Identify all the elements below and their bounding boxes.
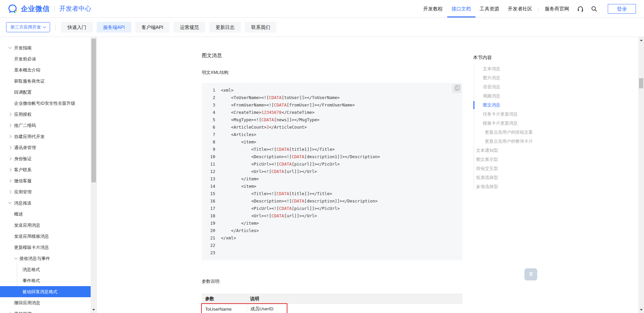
code-line-number: 9 [202,146,215,153]
code-token: </Articles> [221,228,259,233]
subnav-tab[interactable]: 联系我们 [245,22,276,33]
code-line-text: <CreateTime>12345678</CreateTime> [215,109,314,116]
xml-code-block: 1<xml>2 <ToUserName><![CDATA[toUser]]></… [202,83,462,260]
sidebar-item[interactable]: 发送应用消息 [0,220,91,231]
sidebar-item[interactable]: 更新模版卡片消息 [0,242,91,253]
code-line-number: 2 [202,94,215,101]
sidebar-item[interactable]: 被动回复消息格式 [0,286,91,297]
code-line-number: 11 [202,161,215,168]
sidebar-item[interactable]: 撤回应用消息 [0,297,91,308]
toc-item[interactable]: 语音消息 [473,82,564,91]
toc-item[interactable]: 更新点击用户的整张卡片 [473,137,564,146]
toc-item[interactable]: 图片消息 [473,73,564,82]
sidebar-item[interactable]: 获取服务商凭证 [0,76,91,87]
code-line: 16 <Description><![CDATA[description]]><… [202,197,462,205]
sidebar-item[interactable]: 接收消息与事件 [0,253,91,264]
sidebar-scrollbar[interactable] [91,37,97,313]
toc-item[interactable]: 图文消息 [473,100,564,109]
toc-item[interactable]: 按钮交互型 [473,164,564,173]
code-line-text: <item> [215,138,256,146]
header-nav-item[interactable]: 接口文档 [447,0,475,17]
search-icon[interactable] [591,6,597,12]
code-line-number: 21 [202,234,215,242]
scroll-up-arrow-icon[interactable] [640,39,643,41]
code-line: 23 [202,249,462,257]
sidebar-item-label: 自建应用代开发 [14,134,45,139]
code-line-text: <PicUrl><![CDATA[picurl]]></PicUrl> [215,205,340,212]
sidebar-item[interactable]: 身份验证 [0,153,91,164]
sidebar-item[interactable]: 自建应用代开发 [0,131,91,142]
code-line: 14 <item> [202,183,462,190]
toc-item[interactable]: 文本通知型 [473,146,564,155]
toc-item[interactable]: 文本消息 [473,64,564,73]
sidebar-item[interactable]: 事件格式 [0,275,91,286]
copy-code-button[interactable] [452,84,461,93]
code-token: [toUser]]></ToUserName> [282,95,340,100]
header-nav-item[interactable]: 服务商官网 [541,0,574,17]
subnav-tab[interactable]: 更新日志 [209,22,241,33]
header-nav-item[interactable]: 开发者社区 [504,0,537,17]
sidebar-item[interactable]: 消息格式 [0,264,91,275]
page-scrollbar-thumb[interactable] [639,78,643,88]
sidebar-item[interactable]: 通讯录管理 [0,142,91,153]
code-line-text: <Url><![CDATA[url]]></Url> [215,212,317,220]
code-line: 19 </item> [202,220,462,227]
sidebar-item[interactable]: 基本概念介绍 [0,64,91,76]
code-line: 12 <Url><![CDATA[url]]></Url> [202,168,462,175]
sidebar-item[interactable]: 开发指南 [0,42,91,53]
sidebar-item[interactable]: 消息推送 [0,197,91,209]
support-headset-icon[interactable] [577,6,584,12]
page-scrollbar[interactable] [638,37,644,313]
toc-item[interactable]: 投票选择型 [473,173,564,182]
sidebar-item[interactable]: 应用管理 [0,186,91,197]
sidebar-item[interactable]: 微信客服 [0,175,91,186]
code-line-number: 6 [202,124,215,131]
sidebar-item[interactable]: 素材管理 [0,308,91,313]
code-line-text: <PicUrl><![CDATA[picurl]]></PicUrl> [215,161,340,168]
sidebar-item[interactable]: 推广二维码 [0,120,91,131]
toc-item[interactable]: 模板卡片更新消息 [473,119,564,128]
code-token: [title]]></Title> [289,191,332,196]
sidebar-item[interactable]: 开发前必读 [0,53,91,64]
subnav-tab[interactable]: 快速入门 [61,22,93,33]
toc-item[interactable]: 任务卡片更新消息 [473,109,564,119]
logo-divider: | [54,5,55,12]
subnav-tab[interactable]: 运营规范 [174,22,205,33]
sidebar-item[interactable]: 客户联系 [0,164,91,175]
subnav-tab[interactable]: 客户端API [135,22,170,33]
toc-item[interactable]: 视频消息 [473,91,564,100]
scroll-down-arrow-icon[interactable] [640,309,643,311]
code-line: 15 <Title><![CDATA[title]]></Title> [202,190,462,197]
code-line-number: 23 [202,249,215,257]
sidebar-item[interactable]: 回调配置 [0,87,91,98]
code-line: 11 <PicUrl><![CDATA[picurl]]></PicUrl> [202,161,462,168]
toc-item[interactable]: 更新点击用户的按钮文案 [473,128,564,137]
back-to-top-button[interactable] [524,268,537,280]
subnav-tab[interactable]: 服务端API [97,22,131,33]
header-nav-item[interactable]: 开发教程 [419,0,447,17]
scroll-down-arrow-icon[interactable] [92,309,95,311]
code-token: <CreateTime> [221,110,261,115]
code-line-text: <FromUserName><![CDATA[fromUser]]></From… [215,101,355,109]
sidebar-item[interactable]: 企业微信帐号ID安全性全面升级 [0,98,91,109]
code-line: 18 <Url><![CDATA[url]]></Url> [202,212,462,220]
toc-item[interactable]: 图文展示型 [473,155,564,164]
chevron-down-icon [8,201,12,204]
sidebar-item[interactable]: 应用授权 [0,109,91,120]
sidebar-item[interactable]: 发送应用模板消息 [0,231,91,242]
header-nav-item[interactable]: 工具资源 [475,0,504,17]
login-button[interactable]: 登录 [608,4,636,14]
code-token: [title1]]></Title> [289,147,334,152]
code-token: <MsgType><![ [221,117,261,122]
app-logo[interactable]: 企业微信 | 开发者中心 [8,4,91,13]
sidebar-scrollbar-thumb[interactable] [91,39,96,182]
sidebar-item-label: 被动回复消息格式 [22,289,57,294]
category-dropdown[interactable]: 第三方应用开发 [6,22,50,32]
code-line-text: <MsgType><![CDATA[news]]></MsgType> [215,116,320,124]
code-token: CDATA [292,198,305,204]
toc-item[interactable]: 多项选择型 [473,182,564,191]
code-line: 10 <Description><![CDATA[description1]]>… [202,153,462,161]
params-label: 参数说明: [202,278,462,284]
code-token: <ToUserName><![ [221,95,269,100]
sidebar-item[interactable]: 概述 [0,209,91,220]
